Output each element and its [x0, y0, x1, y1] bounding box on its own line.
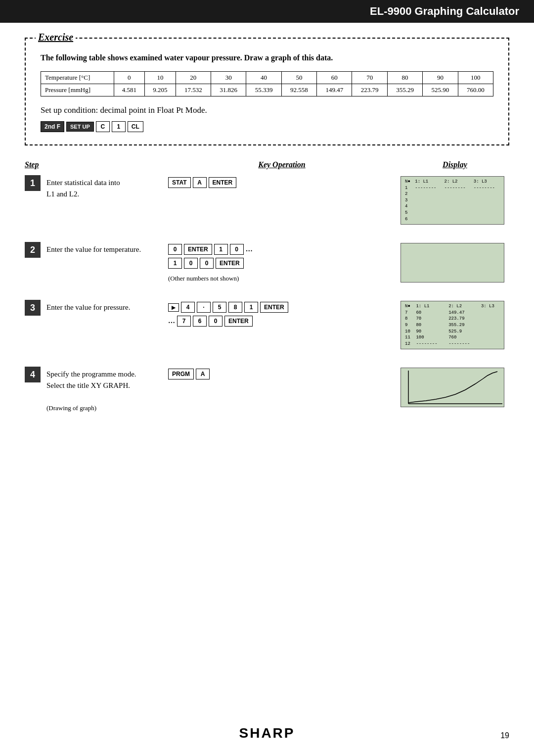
- lcd-3: N●1: L12: L23: L3 760149.47 870223.79 98…: [400, 301, 504, 349]
- key-cl: CL: [128, 121, 143, 132]
- step-3-key-row-1: ▶ 4 · 5 8 1 ENTER: [168, 302, 288, 313]
- key-enter-3b: ENTER: [224, 316, 253, 327]
- step-2-note: (Other numbers not shown): [168, 275, 239, 283]
- step-1-key-row: STAT A ENTER: [168, 177, 236, 188]
- pressure-80: 355.29: [387, 84, 422, 96]
- temp-40: 40: [246, 72, 281, 84]
- lcd-1: N●1: L12: L23: L3 1---------------------…: [400, 176, 504, 225]
- dots-2: …: [246, 245, 253, 253]
- step-2-key-row-2: 1 0 0 ENTER: [168, 258, 244, 269]
- step-number-2: 2: [25, 242, 41, 258]
- key-a-4: A: [196, 369, 210, 379]
- key-0-2c: 0: [184, 258, 198, 269]
- step-4-display: [400, 367, 509, 407]
- temp-30: 30: [211, 72, 246, 84]
- key-enter-2a: ENTER: [184, 244, 212, 255]
- lcd-2: [400, 243, 504, 283]
- step-3-desc: Enter the value for pressure.: [46, 300, 131, 313]
- temp-20: 20: [176, 72, 211, 84]
- key-0-2d: 0: [200, 258, 214, 269]
- key-stat: STAT: [168, 177, 191, 188]
- pressure-20: 17.532: [176, 84, 211, 96]
- key-setup: SET UP: [66, 122, 94, 132]
- step-4-desc: Specify the programme mode.Select the ti…: [46, 367, 136, 413]
- data-table: Temperature [°C] 0 10 20 30 40 50 60 70 …: [41, 71, 493, 96]
- pressure-60: 149.47: [317, 84, 352, 96]
- key-1-3: 1: [244, 302, 258, 313]
- step-4-keys: PRGM A: [168, 367, 396, 379]
- temp-60: 60: [317, 72, 352, 84]
- pressure-100: 760.00: [458, 84, 493, 96]
- temp-100: 100: [458, 72, 493, 84]
- step-1-keys: STAT A ENTER: [168, 175, 396, 188]
- col-display: Display: [400, 160, 509, 169]
- temp-label: Temperature [°C]: [41, 72, 114, 84]
- step-row-3: 3 Enter the value for pressure. ▶ 4 · 5 …: [25, 300, 509, 349]
- page-number: 19: [500, 731, 509, 740]
- step-number-4: 4: [25, 367, 41, 382]
- exercise-title: Exercise: [36, 32, 76, 43]
- step-2-desc: Enter the value for temperature.: [46, 242, 141, 255]
- step-1-left: 1 Enter statistical data intoL1 and L2.: [25, 175, 163, 199]
- key-6-3: 6: [193, 316, 207, 327]
- temp-10: 10: [145, 72, 176, 84]
- exercise-box: Exercise The following table shows exami…: [25, 38, 509, 145]
- key-0-2: 0: [168, 244, 182, 255]
- key-4-3: 4: [181, 302, 195, 313]
- key-5-3: 5: [213, 302, 226, 313]
- temp-0: 0: [114, 72, 145, 84]
- key-1-2: 1: [214, 244, 228, 255]
- pressure-0: 4.581: [114, 84, 145, 96]
- temp-50: 50: [281, 72, 316, 84]
- pressure-40: 55.339: [246, 84, 281, 96]
- step-number-1: 1: [25, 175, 41, 191]
- step-4-key-row: PRGM A: [168, 369, 210, 379]
- key-enter-2b: ENTER: [216, 258, 244, 269]
- step-4-left: 4 Specify the programme mode.Select the …: [25, 367, 163, 413]
- pressure-70: 223.79: [352, 84, 387, 96]
- dots-3: …: [168, 317, 175, 325]
- temp-90: 90: [423, 72, 458, 84]
- col-key-operation: Key Operation: [163, 160, 400, 169]
- key-prgm-4: PRGM: [168, 369, 194, 379]
- step-2-display: [400, 242, 509, 283]
- lcd-graph-4: [400, 368, 504, 407]
- steps-header: Step Key Operation Display: [25, 160, 509, 171]
- pressure-10: 9.205: [145, 84, 176, 96]
- pressure-30: 31.826: [211, 84, 246, 96]
- key-0-2b: 0: [230, 244, 244, 255]
- step-2-key-row-1: 0 ENTER 1 0 …: [168, 244, 253, 255]
- setup-key-sequence: 2nd F SET UP C 1 CL: [41, 121, 493, 132]
- page-header: EL-9900 Graphing Calculator: [0, 0, 534, 23]
- key-8-3: 8: [228, 302, 242, 313]
- step-row-4: 4 Specify the programme mode.Select the …: [25, 367, 509, 413]
- step-3-keys: ▶ 4 · 5 8 1 ENTER … 7 6 0 ENTER: [168, 300, 396, 327]
- key-1: 1: [112, 121, 126, 132]
- key-2ndf: 2nd F: [41, 121, 64, 132]
- pressure-label: Pressure [mmHg]: [41, 84, 114, 96]
- key-enter-3a: ENTER: [260, 302, 288, 313]
- step-1-desc: Enter statistical data intoL1 and L2.: [46, 175, 120, 199]
- key-c: C: [96, 121, 110, 132]
- key-1-2c: 1: [168, 258, 182, 269]
- header-title: EL-9900 Graphing Calculator: [370, 5, 519, 17]
- temp-80: 80: [387, 72, 422, 84]
- key-enter-1: ENTER: [209, 177, 237, 188]
- key-arrow-3: ▶: [168, 303, 179, 312]
- step-row-1: 1 Enter statistical data intoL1 and L2. …: [25, 175, 509, 225]
- setup-instruction: Set up condition: decimal point in Float…: [41, 105, 493, 115]
- col-step: Step: [25, 160, 163, 169]
- key-0-3: 0: [209, 316, 222, 327]
- key-7-3: 7: [177, 316, 191, 327]
- step-3-display: N●1: L12: L23: L3 760149.47 870223.79 98…: [400, 300, 509, 349]
- exercise-description: The following table shows examined water…: [41, 53, 493, 62]
- footer: SHARP: [0, 725, 534, 741]
- temp-70: 70: [352, 72, 387, 84]
- pressure-90: 525.90: [423, 84, 458, 96]
- step-number-3: 3: [25, 300, 41, 316]
- pressure-50: 92.558: [281, 84, 316, 96]
- sharp-logo: SHARP: [239, 725, 295, 741]
- key-dot-3: ·: [197, 302, 211, 313]
- step-row-2: 2 Enter the value for temperature. 0 ENT…: [25, 242, 509, 283]
- step-1-display: N●1: L12: L23: L3 1---------------------…: [400, 175, 509, 225]
